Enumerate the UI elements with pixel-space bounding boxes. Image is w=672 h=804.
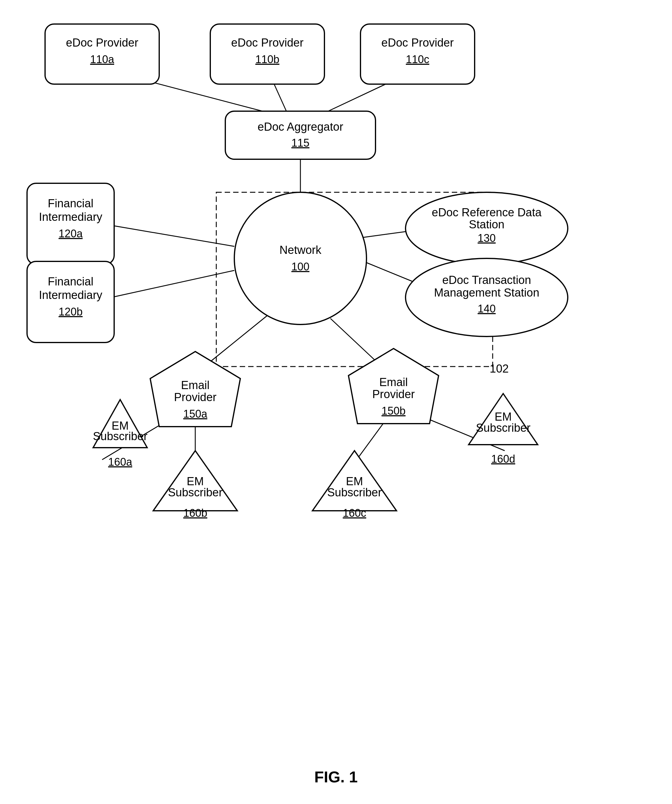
svg-text:120b: 120b [59, 306, 83, 318]
svg-text:Subscriber: Subscriber [476, 422, 530, 434]
svg-text:eDoc Provider: eDoc Provider [66, 36, 139, 49]
diagram-container: text { font-family: Arial, sans-serif; f… [0, 0, 672, 751]
svg-text:Provider: Provider [372, 388, 415, 400]
svg-text:160a: 160a [108, 456, 132, 468]
svg-text:eDoc Transaction: eDoc Transaction [442, 274, 531, 286]
network-100 [234, 192, 366, 325]
svg-text:150b: 150b [381, 405, 405, 417]
svg-text:EM: EM [495, 410, 512, 423]
network-diagram: text { font-family: Arial, sans-serif; f… [0, 0, 672, 751]
svg-text:Management Station: Management Station [434, 286, 540, 299]
svg-text:110c: 110c [406, 53, 429, 65]
svg-text:160d: 160d [491, 453, 515, 465]
svg-text:Financial: Financial [48, 197, 93, 210]
svg-line-9 [330, 319, 379, 364]
svg-text:110a: 110a [90, 53, 114, 65]
svg-line-12 [355, 418, 388, 463]
svg-text:150a: 150a [183, 408, 208, 420]
svg-text:100: 100 [291, 260, 309, 273]
svg-text:Financial: Financial [48, 275, 93, 288]
svg-text:160c: 160c [343, 507, 366, 519]
svg-text:EM: EM [187, 475, 204, 488]
financial-intermediary-120a [27, 183, 114, 265]
svg-text:Subscriber: Subscriber [168, 486, 222, 499]
svg-text:Intermediary: Intermediary [39, 211, 102, 223]
svg-text:eDoc Reference Data: eDoc Reference Data [432, 206, 542, 219]
svg-text:Subscriber: Subscriber [93, 430, 147, 443]
svg-text:eDoc Provider: eDoc Provider [381, 36, 454, 49]
svg-text:Station: Station [469, 218, 504, 231]
svg-text:110b: 110b [255, 53, 280, 65]
svg-text:120a: 120a [59, 227, 83, 240]
figure-label: FIG. 1 [314, 768, 358, 786]
edoc-aggregator-115 [225, 111, 376, 159]
svg-text:Network: Network [280, 243, 321, 256]
svg-line-8 [204, 315, 267, 366]
svg-text:Email: Email [379, 376, 408, 389]
financial-intermediary-120b [27, 261, 114, 343]
svg-text:Email: Email [181, 379, 209, 392]
svg-text:140: 140 [477, 302, 495, 315]
svg-text:eDoc Aggregator: eDoc Aggregator [257, 121, 343, 133]
svg-text:Subscriber: Subscriber [327, 486, 382, 499]
svg-text:Provider: Provider [174, 391, 217, 404]
svg-text:160b: 160b [183, 507, 207, 519]
svg-text:EM: EM [346, 475, 363, 488]
system-boundary-label: 102 [490, 362, 508, 375]
svg-text:115: 115 [291, 137, 309, 149]
svg-text:130: 130 [477, 232, 495, 244]
svg-text:Intermediary: Intermediary [39, 289, 102, 301]
svg-text:eDoc Provider: eDoc Provider [231, 36, 304, 49]
